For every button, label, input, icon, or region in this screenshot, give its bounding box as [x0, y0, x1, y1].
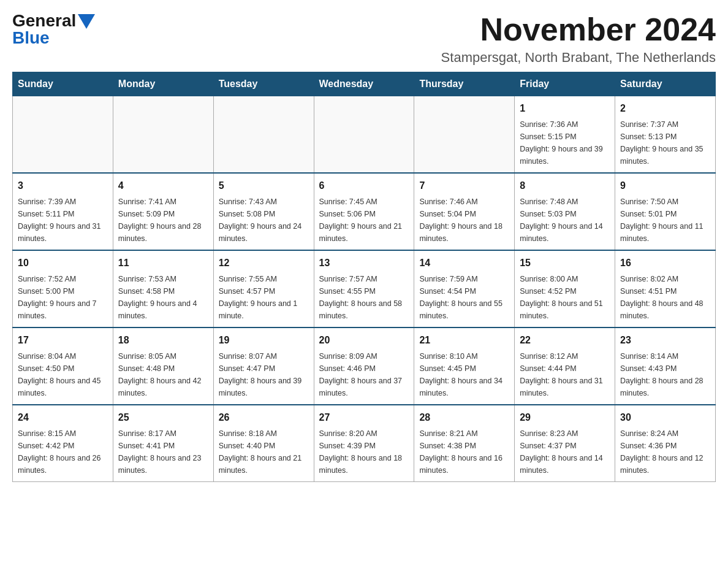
- header-sunday: Sunday: [13, 72, 113, 96]
- table-row: 21Sunrise: 8:10 AMSunset: 4:45 PMDayligh…: [414, 327, 515, 405]
- day-number: 6: [319, 178, 409, 193]
- table-row: 30Sunrise: 8:24 AMSunset: 4:36 PMDayligh…: [615, 405, 716, 482]
- day-info: Sunrise: 8:14 AMSunset: 4:43 PMDaylight:…: [620, 350, 710, 399]
- header-tuesday: Tuesday: [213, 72, 314, 96]
- day-info: Sunrise: 8:02 AMSunset: 4:51 PMDaylight:…: [620, 273, 710, 322]
- day-info: Sunrise: 8:09 AMSunset: 4:46 PMDaylight:…: [319, 350, 409, 399]
- table-row: 12Sunrise: 7:55 AMSunset: 4:57 PMDayligh…: [213, 250, 314, 327]
- day-info: Sunrise: 8:12 AMSunset: 4:44 PMDaylight:…: [520, 350, 610, 399]
- day-number: 14: [419, 256, 509, 270]
- table-row: 2Sunrise: 7:37 AMSunset: 5:13 PMDaylight…: [615, 96, 716, 174]
- header-monday: Monday: [113, 72, 213, 96]
- day-info: Sunrise: 8:21 AMSunset: 4:38 PMDaylight:…: [419, 427, 509, 477]
- day-number: 20: [319, 333, 409, 348]
- calendar-week-1: 1Sunrise: 7:36 AMSunset: 5:15 PMDaylight…: [13, 96, 716, 174]
- header-friday: Friday: [515, 72, 615, 96]
- table-row: 15Sunrise: 8:00 AMSunset: 4:52 PMDayligh…: [515, 250, 615, 327]
- day-number: 1: [520, 101, 610, 116]
- day-info: Sunrise: 8:24 AMSunset: 4:36 PMDaylight:…: [620, 427, 710, 477]
- day-number: 29: [520, 410, 610, 425]
- day-info: Sunrise: 7:46 AMSunset: 5:04 PMDaylight:…: [419, 196, 509, 245]
- day-info: Sunrise: 7:59 AMSunset: 4:54 PMDaylight:…: [419, 273, 509, 322]
- day-number: 7: [419, 178, 509, 193]
- day-info: Sunrise: 8:23 AMSunset: 4:37 PMDaylight:…: [520, 427, 610, 477]
- day-info: Sunrise: 8:15 AMSunset: 4:42 PMDaylight:…: [18, 427, 108, 477]
- day-info: Sunrise: 7:43 AMSunset: 5:08 PMDaylight:…: [219, 196, 309, 245]
- day-number: 23: [620, 333, 710, 348]
- location-title: Stampersgat, North Brabant, The Netherla…: [441, 50, 716, 66]
- day-number: 28: [419, 410, 509, 425]
- day-number: 18: [118, 333, 208, 348]
- svg-marker-0: [78, 14, 95, 29]
- table-row: 5Sunrise: 7:43 AMSunset: 5:08 PMDaylight…: [213, 173, 314, 250]
- day-info: Sunrise: 7:41 AMSunset: 5:09 PMDaylight:…: [118, 196, 208, 245]
- calendar-table: Sunday Monday Tuesday Wednesday Thursday…: [12, 72, 716, 482]
- table-row: 11Sunrise: 7:53 AMSunset: 4:58 PMDayligh…: [113, 250, 213, 327]
- day-info: Sunrise: 7:48 AMSunset: 5:03 PMDaylight:…: [520, 196, 610, 245]
- table-row: 26Sunrise: 8:18 AMSunset: 4:40 PMDayligh…: [213, 405, 314, 482]
- table-row: 17Sunrise: 8:04 AMSunset: 4:50 PMDayligh…: [13, 327, 113, 405]
- calendar-week-2: 3Sunrise: 7:39 AMSunset: 5:11 PMDaylight…: [13, 173, 716, 250]
- day-number: 25: [118, 410, 208, 425]
- table-row: 23Sunrise: 8:14 AMSunset: 4:43 PMDayligh…: [615, 327, 716, 405]
- day-number: 30: [620, 410, 710, 425]
- calendar-week-4: 17Sunrise: 8:04 AMSunset: 4:50 PMDayligh…: [13, 327, 716, 405]
- table-row: 20Sunrise: 8:09 AMSunset: 4:46 PMDayligh…: [314, 327, 414, 405]
- day-info: Sunrise: 7:37 AMSunset: 5:13 PMDaylight:…: [620, 118, 710, 167]
- day-number: 15: [520, 256, 610, 270]
- day-number: 26: [219, 410, 309, 425]
- calendar-week-5: 24Sunrise: 8:15 AMSunset: 4:42 PMDayligh…: [13, 405, 716, 482]
- day-number: 5: [219, 178, 309, 193]
- day-number: 4: [118, 178, 208, 193]
- table-row: 1Sunrise: 7:36 AMSunset: 5:15 PMDaylight…: [515, 96, 615, 174]
- day-info: Sunrise: 8:18 AMSunset: 4:40 PMDaylight:…: [219, 427, 309, 477]
- table-row: [213, 96, 314, 174]
- table-row: [13, 96, 113, 174]
- table-row: 18Sunrise: 8:05 AMSunset: 4:48 PMDayligh…: [113, 327, 213, 405]
- table-row: [414, 96, 515, 174]
- day-number: 10: [18, 256, 108, 270]
- table-row: 8Sunrise: 7:48 AMSunset: 5:03 PMDaylight…: [515, 173, 615, 250]
- calendar-header-row: Sunday Monday Tuesday Wednesday Thursday…: [13, 72, 716, 96]
- day-number: 8: [520, 178, 610, 193]
- calendar-week-3: 10Sunrise: 7:52 AMSunset: 5:00 PMDayligh…: [13, 250, 716, 327]
- day-info: Sunrise: 7:52 AMSunset: 5:00 PMDaylight:…: [18, 273, 108, 322]
- day-number: 9: [620, 178, 710, 193]
- header-thursday: Thursday: [414, 72, 515, 96]
- day-number: 19: [219, 333, 309, 348]
- day-number: 2: [620, 101, 710, 116]
- header-saturday: Saturday: [615, 72, 716, 96]
- table-row: 27Sunrise: 8:20 AMSunset: 4:39 PMDayligh…: [314, 405, 414, 482]
- table-row: 24Sunrise: 8:15 AMSunset: 4:42 PMDayligh…: [13, 405, 113, 482]
- day-info: Sunrise: 8:20 AMSunset: 4:39 PMDaylight:…: [319, 427, 409, 477]
- day-number: 21: [419, 333, 509, 348]
- day-info: Sunrise: 7:50 AMSunset: 5:01 PMDaylight:…: [620, 196, 710, 245]
- table-row: [113, 96, 213, 174]
- day-info: Sunrise: 7:39 AMSunset: 5:11 PMDaylight:…: [18, 196, 108, 245]
- table-row: 16Sunrise: 8:02 AMSunset: 4:51 PMDayligh…: [615, 250, 716, 327]
- day-info: Sunrise: 8:17 AMSunset: 4:41 PMDaylight:…: [118, 427, 208, 477]
- day-info: Sunrise: 8:04 AMSunset: 4:50 PMDaylight:…: [18, 350, 108, 399]
- title-area: November 2024 Stampersgat, North Brabant…: [441, 12, 716, 66]
- table-row: [314, 96, 414, 174]
- day-info: Sunrise: 7:57 AMSunset: 4:55 PMDaylight:…: [319, 273, 409, 322]
- table-row: 6Sunrise: 7:45 AMSunset: 5:06 PMDaylight…: [314, 173, 414, 250]
- table-row: 3Sunrise: 7:39 AMSunset: 5:11 PMDaylight…: [13, 173, 113, 250]
- day-info: Sunrise: 7:36 AMSunset: 5:15 PMDaylight:…: [520, 118, 610, 167]
- table-row: 29Sunrise: 8:23 AMSunset: 4:37 PMDayligh…: [515, 405, 615, 482]
- table-row: 19Sunrise: 8:07 AMSunset: 4:47 PMDayligh…: [213, 327, 314, 405]
- header-wednesday: Wednesday: [314, 72, 414, 96]
- day-info: Sunrise: 8:10 AMSunset: 4:45 PMDaylight:…: [419, 350, 509, 399]
- day-number: 24: [18, 410, 108, 425]
- day-number: 12: [219, 256, 309, 270]
- table-row: 22Sunrise: 8:12 AMSunset: 4:44 PMDayligh…: [515, 327, 615, 405]
- logo-general-text: General: [12, 12, 76, 29]
- day-info: Sunrise: 7:45 AMSunset: 5:06 PMDaylight:…: [319, 196, 409, 245]
- logo-triangle-icon: [78, 14, 95, 29]
- day-number: 13: [319, 256, 409, 270]
- day-number: 3: [18, 178, 108, 193]
- day-info: Sunrise: 8:00 AMSunset: 4:52 PMDaylight:…: [520, 273, 610, 322]
- page-header: General Blue November 2024 Stampersgat, …: [12, 12, 716, 66]
- month-title: November 2024: [441, 12, 716, 47]
- table-row: 10Sunrise: 7:52 AMSunset: 5:00 PMDayligh…: [13, 250, 113, 327]
